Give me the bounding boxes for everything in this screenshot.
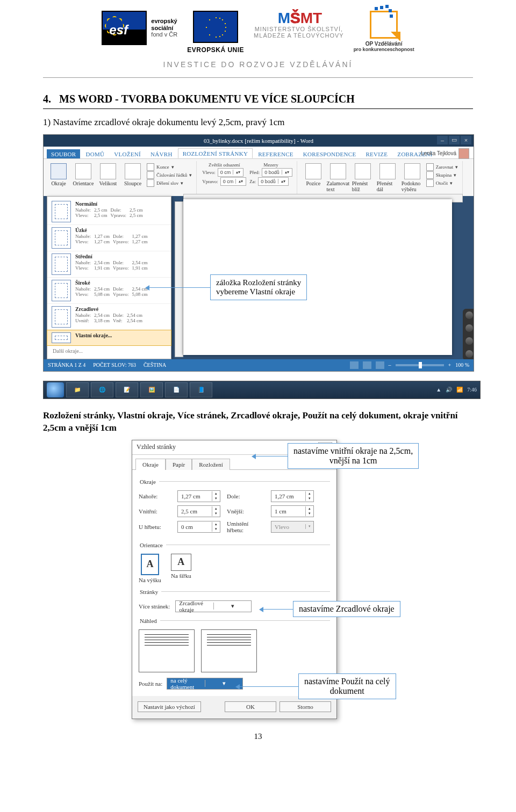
esf-logo: esf evropský sociální fond v ČR	[102, 11, 177, 45]
opvk-logo: OP Vzdělávání pro konkurenceschopnost	[354, 11, 414, 52]
orientation-landscape[interactable]: ANa šířku	[171, 554, 191, 583]
close-button[interactable]: ×	[461, 136, 471, 144]
msmt-icon: MŠMT	[278, 11, 320, 26]
space-before-spin[interactable]: 0 bodů▴▾	[262, 168, 292, 177]
taskbar-item[interactable]: 🌐	[91, 382, 113, 397]
opvk-icon	[370, 11, 398, 39]
align-button[interactable]: Zarovnat ▾	[426, 163, 458, 171]
zoom-slider[interactable]	[396, 364, 444, 366]
indent-group-label: Zvětšit odsazení	[202, 162, 246, 168]
avatar	[458, 148, 469, 159]
preview-area	[139, 629, 330, 672]
ribbon-tab-rozlozeni[interactable]: ROZLOŽENÍ STRÁNKY	[178, 148, 253, 158]
page-number: 13	[43, 732, 473, 741]
outer-margin-field[interactable]: 1 cm▴▾	[271, 505, 314, 517]
taskbar-item[interactable]: 📄	[165, 382, 188, 397]
cancel-button[interactable]: Storno	[280, 701, 331, 712]
gutter-pos-field: Vlevo▾	[271, 521, 314, 533]
multiple-pages-combo[interactable]: Zrcadlové okraje▾	[175, 600, 252, 612]
tagline: INVESTICE DO ROZVOJE VZDĚLÁVÁNÍ	[43, 60, 473, 69]
status-lang: ČEŠTINA	[144, 362, 166, 368]
ribbon-tabs: SOUBOR DOMŮ VLOŽENÍ NÁVRH ROZLOŽENÍ STRÁ…	[44, 147, 474, 159]
section-heading: 4. MS WORD - TVORBA DOKUMENTU VE VÍCE SL…	[43, 93, 473, 105]
zoom-value[interactable]: 100 %	[455, 362, 469, 368]
user-label: Lenka Tejklová	[421, 148, 469, 159]
bottom-margin-field[interactable]: 1,27 cm▴▾	[271, 490, 314, 502]
margins-option-custom[interactable]: Vlastní okraje...	[47, 330, 171, 346]
wrap-text-button[interactable]: Zalamovat text	[327, 161, 349, 199]
vertical-ruler[interactable]	[175, 201, 183, 357]
ribbon-tab-korespondence[interactable]: KORESPONDENCE	[299, 149, 361, 158]
dlg-tab-papir[interactable]: Papír	[166, 459, 192, 470]
ribbon-tab-domu[interactable]: DOMŮ	[81, 149, 109, 158]
view-print-button[interactable]	[363, 361, 371, 369]
status-words: POČET SLOV: 763	[93, 362, 136, 368]
ribbon-tab-reference[interactable]: REFERENCE	[254, 149, 298, 158]
size-button[interactable]: Velikost	[97, 161, 119, 199]
intro-text: 1) Nastavíme zrcadlové okraje dokumentu …	[43, 117, 473, 129]
callout-mirrored: nastavíme Zrcadlové okraje	[293, 601, 400, 617]
indent-left-spin[interactable]: 0 cm▴▾	[218, 168, 244, 177]
breaks-button[interactable]: Konce ▾	[147, 163, 192, 171]
taskbar-clock[interactable]: 7:46	[467, 387, 477, 393]
status-bar: STRÁNKA 1 Z 4 POČET SLOV: 763 ČEŠTINA –+…	[44, 359, 474, 371]
margins-option-normal[interactable]: Normální Nahoře:2,5 cm Dole:2,5 cm Vlevo…	[47, 199, 171, 225]
status-page: STRÁNKA 1 Z 4	[48, 362, 85, 368]
view-web-button[interactable]	[376, 361, 384, 369]
start-button[interactable]	[47, 382, 64, 397]
position-button[interactable]: Pozice	[303, 161, 324, 199]
overlay-toolbar[interactable]	[463, 309, 474, 360]
taskbar-item[interactable]: 🖼️	[140, 382, 163, 397]
taskbar-item[interactable]: 📝	[116, 382, 138, 397]
spacing-group-label: Mezery	[249, 162, 292, 168]
bring-forward-button[interactable]: Přenést blíž	[352, 161, 374, 199]
hyphenation-button[interactable]: Dělení slov ▾	[147, 179, 192, 187]
group-button[interactable]: Skupina ▾	[426, 171, 458, 179]
word-screenshot: 03_bylinky.docx [režim kompatibility] - …	[43, 134, 474, 372]
eu-flag-icon	[193, 11, 238, 43]
section-rule	[43, 108, 473, 109]
ribbon-tab-vlozeni[interactable]: VLOŽENÍ	[110, 149, 145, 158]
callout-rozlozeni: záložka Rozložení stránky vybereme Vlast…	[210, 274, 307, 300]
rotate-button[interactable]: Otočit ▾	[426, 179, 458, 187]
send-backward-button[interactable]: Přenést dál	[377, 161, 398, 199]
space-after-spin[interactable]: 0 bodů▴▾	[258, 177, 289, 186]
taskbar-item[interactable]: 📁	[66, 382, 89, 397]
tray-icon[interactable]: ▲	[436, 387, 441, 393]
ribbon-tab-revize[interactable]: REVIZE	[361, 149, 392, 158]
orientation-portrait[interactable]: ANa výšku	[139, 554, 161, 583]
callout-inner-margins: nastavíme vnitřní okraje na 2,5cm, vnějš…	[288, 443, 419, 469]
tray-icon[interactable]: 🔊	[446, 387, 452, 393]
inner-margin-field[interactable]: 2,5 cm▴▾	[177, 505, 220, 517]
ok-button[interactable]: OK	[225, 701, 276, 712]
line-numbers-button[interactable]: Číslování řádků ▾	[147, 171, 192, 179]
indent-right-spin[interactable]: 0 cm▴▾	[220, 177, 247, 186]
gutter-field[interactable]: 0 cm▴▾	[177, 521, 220, 533]
dlg-tab-okraje[interactable]: Okraje	[135, 459, 166, 470]
header-rule	[43, 77, 473, 78]
margins-option-moderate[interactable]: Střední Nahoře:2,54 cm Dole:2,54 cm Vlev…	[47, 251, 171, 278]
margins-button[interactable]: Okraje	[48, 161, 69, 199]
dlg-tab-rozlozeni[interactable]: Rozložení	[192, 459, 230, 470]
apply-to-combo[interactable]: na celý dokument▾	[167, 678, 243, 690]
tray-icon[interactable]: 📶	[456, 387, 463, 393]
columns-button[interactable]: Sloupce	[122, 161, 144, 199]
margins-option-narrow[interactable]: Úzké Nahoře:1,27 cm Dole:1,27 cm Vlevo:1…	[47, 225, 171, 251]
margins-dropdown: Normální Nahoře:2,5 cm Dole:2,5 cm Vlevo…	[47, 196, 171, 359]
view-read-button[interactable]	[350, 361, 359, 369]
taskbar-item[interactable]: 📘	[190, 382, 212, 397]
top-margin-field[interactable]: 1,27 cm▴▾	[177, 490, 220, 502]
ribbon-tab-soubor[interactable]: SOUBOR	[47, 149, 80, 158]
callout-apply: nastavíme Použít na celý dokument	[298, 673, 396, 699]
orientation-button[interactable]: Orientace	[73, 161, 94, 199]
maximize-button[interactable]: ▭	[449, 136, 460, 144]
header-logos: esf evropský sociální fond v ČR EVROPSKÁ…	[43, 0, 473, 57]
margins-option-more[interactable]: Další okraje...	[47, 345, 171, 357]
windows-taskbar: 📁 🌐 📝 🖼️ 📄 📘 ▲ 🔊 📶 7:46	[43, 381, 481, 399]
margins-option-mirrored[interactable]: Zrcadlové Nahoře:2,54 cm Dole:2,54 cm Uv…	[47, 304, 171, 330]
minimize-button[interactable]: –	[437, 136, 448, 144]
ribbon-tab-navrh[interactable]: NÁVRH	[146, 149, 177, 158]
selection-pane-button[interactable]: Podokno výběru	[402, 161, 423, 199]
set-default-button[interactable]: Nastavit jako výchozí	[138, 701, 201, 712]
margins-option-wide[interactable]: Široké Nahoře:2,54 cm Dole:2,54 cm Vlevo…	[47, 278, 171, 304]
